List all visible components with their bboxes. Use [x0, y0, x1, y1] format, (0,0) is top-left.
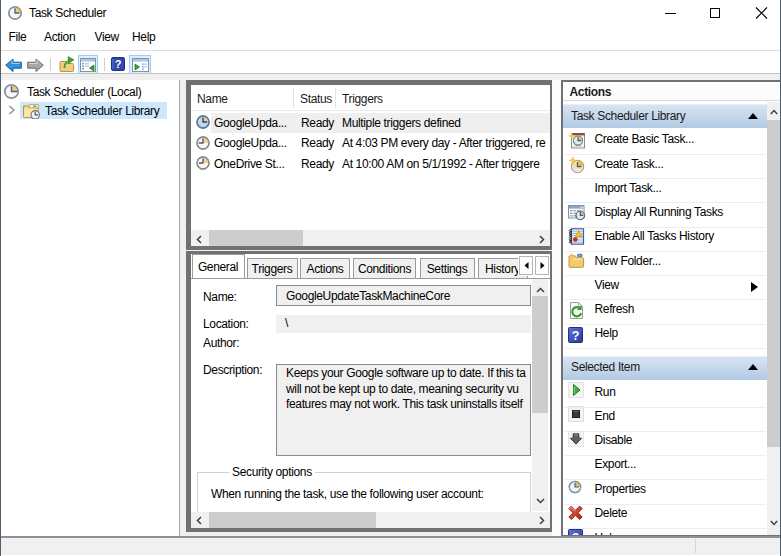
- svg-text:?: ?: [115, 58, 122, 70]
- svg-text:?: ?: [572, 328, 580, 342]
